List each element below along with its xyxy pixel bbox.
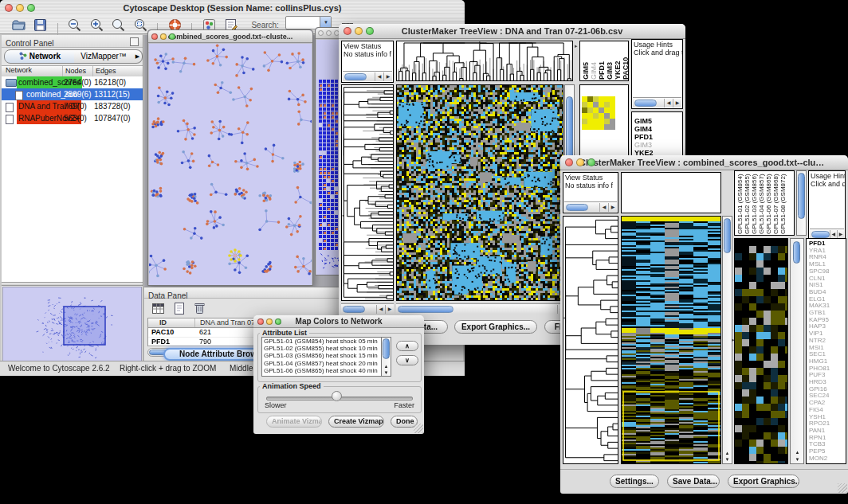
scroll-left-icon[interactable]: ◀ (830, 230, 837, 239)
animate-vizmap-button[interactable]: Animate Vizmap (266, 416, 322, 428)
attribute-list-item[interactable]: GPL51-01 (GSM854) heat shock 05 min (262, 338, 381, 345)
scroll-up-icon[interactable]: ▲ (793, 449, 802, 455)
new-attribute-icon[interactable] (171, 301, 186, 316)
minimize-button[interactable] (326, 30, 332, 36)
array-column-label[interactable]: GPL51-04 (GSM857) (758, 172, 765, 234)
attribute-list-item[interactable]: GPL51-03 (GSM856) heat shock 15 min (262, 352, 381, 359)
tv2-column-labels-vscrollbar[interactable] (796, 170, 807, 236)
close-button[interactable] (318, 30, 324, 36)
minimize-button[interactable] (16, 4, 24, 12)
scroll-left-icon[interactable]: ◀ (375, 72, 383, 81)
zoom-button[interactable] (169, 33, 175, 40)
gene-column-label[interactable]: PFD1 (598, 42, 606, 80)
minimize-button[interactable] (266, 318, 273, 325)
scroll-down-icon[interactable]: ▼ (793, 456, 802, 463)
zoom-in-icon[interactable] (89, 18, 104, 33)
tv2-row-dendrogram[interactable] (563, 216, 618, 464)
gene-row-label[interactable]: GIM3 (634, 141, 682, 149)
dialog-titlebar[interactable]: Map Colors to Network (253, 315, 424, 328)
scroll-right-icon[interactable]: ▶ (608, 203, 617, 212)
array-column-label[interactable]: GPL51-01 (GSM854) (736, 172, 744, 234)
attribute-list-item[interactable]: GPL51-04 (GSM857) heat shock 20 min (262, 360, 381, 367)
scroll-down-icon[interactable]: ▼ (723, 456, 732, 463)
network-tree-row[interactable]: combined_scores2764(0)16218(0) (2, 76, 143, 88)
scrollbar-thumb[interactable] (634, 100, 657, 107)
scrollbar-thumb[interactable] (793, 241, 800, 264)
network-tree-row[interactable]: combined_sco2569(6)13112(15) (2, 88, 143, 100)
zoom-button[interactable] (275, 318, 281, 325)
scroll-left-icon[interactable]: ◀ (599, 203, 608, 212)
close-button[interactable] (565, 158, 573, 166)
open-folder-icon[interactable] (11, 18, 26, 33)
tab-overflow-button[interactable]: ▶ (133, 49, 143, 64)
panel-splitter[interactable] (2, 282, 143, 286)
array-column-label[interactable]: GPL51-07 (GSM868) (772, 172, 779, 234)
resize-grip[interactable] (414, 424, 423, 433)
tab-vizmapper[interactable]: VizMapper™ (74, 49, 134, 64)
array-column-label[interactable]: GPL51-06 (GSM865) (765, 172, 772, 234)
export-graphics-button[interactable]: Export Graphics... (728, 475, 799, 488)
settings-button[interactable]: Settings... (610, 475, 659, 488)
save-data-button[interactable]: Save Data... (667, 475, 720, 488)
attribute-list-item[interactable]: GPL51-07 (GSM868) heat shock 60 min (262, 374, 381, 377)
attribute-listbox[interactable]: GPL51-01 (GSM854) heat shock 05 minGPL51… (261, 337, 382, 377)
tv1-column-dendrogram[interactable] (396, 41, 573, 81)
network-tree-row[interactable]: DNA and Tran 07769(0)183728(0) (2, 100, 143, 112)
scrollbar-thumb[interactable] (798, 173, 805, 219)
create-vizmap-button[interactable]: Create Vizmap (328, 416, 384, 428)
network-overview-canvas[interactable] (3, 287, 141, 364)
zoom-out-icon[interactable] (67, 18, 82, 33)
scroll-right-icon[interactable]: ▶ (673, 99, 681, 107)
network-tree-row[interactable]: RNAPuberNov2+563(0)107847(0) (2, 112, 143, 124)
tv2-zoom-panel[interactable] (734, 238, 788, 464)
tab-network[interactable]: Network (4, 49, 76, 64)
minimize-button[interactable] (160, 33, 167, 40)
gene-column-label[interactable]: GIM3 (606, 42, 614, 80)
zoom-button[interactable] (587, 158, 595, 166)
scrollbar-thumb[interactable] (398, 306, 453, 313)
network-overview-panel[interactable] (2, 287, 142, 365)
table-icon[interactable] (151, 301, 166, 316)
scroll-right-icon[interactable]: ▶ (385, 305, 394, 314)
tv1-row-dendrogram[interactable] (341, 84, 394, 301)
gene-column-label[interactable]: PAC10 (622, 42, 629, 80)
attribute-list-vscrollbar[interactable]: ▲ ▼ (381, 337, 391, 377)
treeview2-titlebar[interactable]: ClusterMaker TreeView : combined_scores_… (560, 155, 848, 170)
scrollbar-thumb[interactable] (566, 204, 588, 211)
zoom-selected-icon[interactable] (133, 18, 148, 33)
mini-scrollbar[interactable]: ◀▶ (564, 201, 617, 212)
gene-column-label[interactable]: YKE2 (614, 42, 622, 80)
close-button[interactable] (5, 4, 13, 12)
gene-row-label[interactable]: PFD1 (634, 133, 682, 141)
tv2-zoom-vscrollbar[interactable]: ▲ ▼ (790, 238, 804, 464)
correlation-matrix-canvas[interactable] (582, 96, 615, 130)
scrollbar-thumb[interactable] (383, 338, 390, 359)
close-button[interactable] (344, 27, 351, 35)
attribute-list-item[interactable]: GPL51-06 (GSM865) heat shock 40 min (262, 367, 381, 374)
array-column-label[interactable]: GPL51-03 (GSM856) (751, 172, 758, 234)
mini-scrollbar[interactable]: ◀▶ (343, 71, 392, 81)
array-column-label[interactable]: GPL51-02 (GSM855) (744, 172, 751, 234)
network-table-header[interactable]: Network Nodes Edges (2, 65, 143, 77)
tv1-heatmap[interactable] (396, 84, 563, 301)
zoom-fit-icon[interactable] (111, 18, 126, 33)
tv1-dendro-hscrollbar[interactable]: ◀▶ (341, 303, 394, 314)
scroll-right-icon[interactable]: ▶ (837, 230, 844, 239)
scrollbar-thumb[interactable] (344, 73, 367, 80)
array-column-label[interactable]: GPL51-08 (GSM872) (779, 172, 787, 234)
scroll-right-icon[interactable]: ▶ (383, 72, 392, 81)
column-header-id[interactable]: ID (159, 318, 167, 326)
gene-row-label[interactable]: MON2 (809, 455, 846, 463)
scroll-left-icon[interactable]: ◀ (664, 99, 673, 107)
scroll-left-icon[interactable]: ◀ (376, 305, 385, 314)
float-panel-icon[interactable] (130, 37, 139, 46)
network-view-titlebar[interactable]: combined_scores_good.txt--cluste... (148, 30, 312, 43)
scrollbar-thumb[interactable] (343, 306, 365, 313)
tv1-heatmap-hscrollbar[interactable]: ◀▶ (396, 303, 575, 314)
scroll-up-icon[interactable]: ▲ (382, 363, 391, 369)
main-titlebar[interactable]: Cytoscape Desktop (Session Name: collins… (0, 0, 465, 17)
tv2-heatmap[interactable] (621, 216, 721, 464)
scrollbar-thumb[interactable] (811, 231, 830, 238)
zoom-button[interactable] (27, 4, 35, 12)
scroll-down-icon[interactable]: ▼ (382, 369, 391, 376)
